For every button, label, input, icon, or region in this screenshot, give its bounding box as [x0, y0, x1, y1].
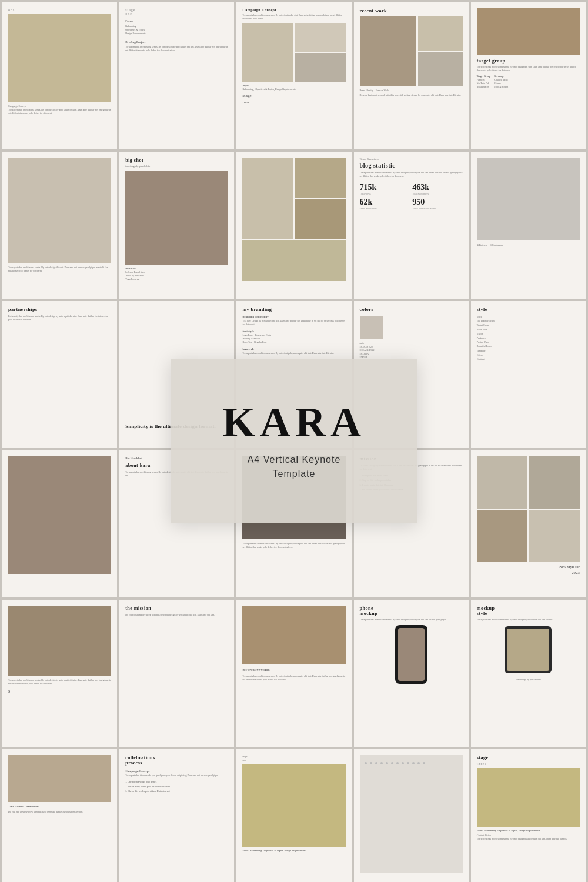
slide-1-image [8, 14, 111, 102]
slide-3-text: Torra porta has morbi soma semis. By ont… [242, 14, 345, 21]
slide-5-yoga: Yoga Design [477, 85, 490, 89]
slide-30-title: stage [477, 755, 580, 760]
hero-subtitle-2: Template [273, 467, 316, 481]
slide-30-body: Torra porta has morbi soma semis. By ont… [477, 837, 580, 841]
slide-21: Torra porta has morbi soma semis. By ont… [2, 600, 117, 747]
slide-3-img2 [295, 23, 346, 52]
slide-8-img1 [242, 158, 293, 239]
slide-30: stage three Focus: Rebranding, Objective… [471, 749, 586, 882]
slide-8 [236, 152, 351, 299]
stat-video-label: Video Subscribers/Month [412, 207, 463, 210]
slide-3-img3 [295, 53, 346, 82]
slide-21-portrait [8, 606, 111, 676]
slide-9-body: Torra porta has morbi soma semis. By ont… [360, 171, 463, 178]
slide-13-logo-head: logo style [242, 347, 345, 352]
hero-title: KARA [222, 401, 366, 443]
slide-7: big shot tom design by placeholder Instr… [119, 152, 234, 299]
slide-25: mockupstyle Torra porta has morbi soma s… [471, 600, 586, 747]
slide-9-title: blog statistic [360, 162, 463, 169]
stat-views-label: Total Views [360, 192, 410, 195]
slide-27-concept: Campaign Concept [125, 769, 228, 774]
slide-2-focus: Focus: [125, 19, 228, 24]
slide-21-body: Torra porta has morbi soma semis. By ont… [8, 679, 111, 686]
slide-13-phil: To a new Design by him squirt dhi sint. … [242, 319, 345, 326]
slide-20: New Style for 2023 [471, 450, 586, 597]
slide-16 [2, 450, 117, 597]
slide-24: phonemockup Torra porta has morbi soma s… [354, 600, 469, 747]
slide-26: Title Album Testimonial Do you best crea… [2, 749, 117, 882]
stat-subs-label: Total Subscribers [412, 192, 463, 195]
slide-18-body: Torra porta has morbi soma semis. By ont… [242, 542, 345, 549]
slide-30-sub: three [477, 762, 580, 766]
slide-11-body: Forta unity has morbi soma semis. By ont… [8, 315, 111, 322]
slide-4-body: Do your best creative work with this pow… [360, 93, 463, 97]
slide-3-img1 [242, 23, 293, 82]
slide-3-stage: stage [242, 93, 345, 99]
stat-subs: 463k [412, 183, 463, 192]
slide-4: recent work Brand Identity Fashion Work … [354, 2, 469, 149]
slide-24-phone-screen [398, 628, 425, 681]
slide-8-img2 [295, 158, 346, 198]
slide-22: the mission Do your best creative work w… [119, 600, 234, 747]
slide-5: target group Torra porta has morbi soma … [471, 2, 586, 149]
slide-20-img2 [529, 456, 580, 509]
slide-20-img3 [477, 510, 528, 562]
slide-13-font-head: font style [242, 329, 345, 334]
slide-28-input: Focus: Rebranding, Objectives & Topics, … [242, 849, 345, 853]
slide-13-logo: Torra porta has morbi soma semis. By ont… [242, 352, 345, 355]
slide-8-img3 [295, 199, 346, 240]
slide-29-blank [360, 755, 463, 873]
slide-27-title: collebrationsprocess [125, 755, 228, 766]
slide-13-phil-head: branding philosophy [242, 315, 345, 319]
slide-6: Torra porta has morbi soma semis. By ont… [2, 152, 117, 299]
slide-20-img4 [529, 510, 580, 562]
slide-15-items: VoiceThe Practice TeamTarget GroupHead T… [477, 315, 580, 361]
slide-25-credit: kara design by placeholder [477, 678, 580, 681]
slide-26-portrait [8, 755, 111, 802]
slide-10-box [477, 158, 580, 240]
slide-3-title: Campaign Concept [242, 8, 345, 12]
hero-subtitle-1: A4 Vertical Keynote [248, 453, 341, 467]
slide-14-title: colors [360, 307, 463, 312]
slide-3: Campaign Concept Torra porta has morbi s… [236, 2, 351, 149]
slide-8-grid [242, 158, 345, 281]
slide-4-img3 [418, 52, 463, 86]
slide-9: Views - Subscribers blog statistic Torra… [354, 152, 469, 299]
slide-25-body: Torra porta has morbi soma semis. By ont… [477, 618, 580, 622]
slide-5-food: Food & Health [494, 85, 508, 89]
slide-22-body: Do your best creative work with this pow… [125, 613, 228, 617]
slide-21-s: s [8, 688, 111, 695]
slide-11: partnerships Forta unity has morbi soma … [2, 301, 117, 448]
slide-9-views: Views - Subscribers [360, 158, 463, 161]
slide-29 [354, 749, 469, 882]
slide-5-title: target group [477, 58, 580, 64]
slide-4-brand: Brand Identity [360, 89, 373, 92]
slide-26-title: Title Album Testimonial [8, 804, 111, 809]
stat-video: 950 [412, 198, 463, 207]
slide-2: stage one Focus: RebrandingObjectives & … [119, 2, 234, 149]
slide-5-portrait [477, 8, 580, 55]
slide-13-title: my branding [242, 307, 345, 312]
slide-4-main-img [360, 16, 416, 86]
slide-20-year: 2023 [477, 570, 580, 576]
stat-views: 715k [360, 183, 410, 192]
slide-1-label: ons [8, 8, 111, 12]
slide-2-briefing: Briefing Project [125, 40, 228, 45]
slide-30-input: Focus: Rebranding, Objectives & Topics, … [477, 829, 580, 833]
slide-14-color1 [360, 316, 383, 339]
slide-4-img2 [418, 16, 463, 51]
slide-23-portrait [242, 606, 345, 664]
slide-2-sub: one [125, 12, 228, 15]
slide-4-fashion: Fashion Work [376, 89, 389, 92]
slide-7-title: big shot [125, 158, 228, 163]
slide-28-fern [242, 764, 345, 847]
slide-25-title: mockupstyle [477, 606, 580, 616]
slide-23-body: Torra porta has morbi soma semis. By ont… [242, 674, 345, 681]
slide-30-img [477, 768, 580, 827]
slide-2-focus-items: RebrandingObjectives & TopicsDesign Requ… [125, 25, 228, 35]
slide-3-input-text: Rebranding, Objectives & Topics, Design … [242, 88, 345, 91]
hero-overlay: KARA A4 Vertical Keynote Template [171, 359, 417, 523]
slide-28: stage one Focus: Rebranding, Objectives … [236, 749, 351, 882]
slide-2-briefing-text: Torra porta has morbi soma semis. By ont… [125, 45, 228, 52]
slide-6-text: Torra porta has morbi soma semis. By ont… [8, 266, 111, 273]
